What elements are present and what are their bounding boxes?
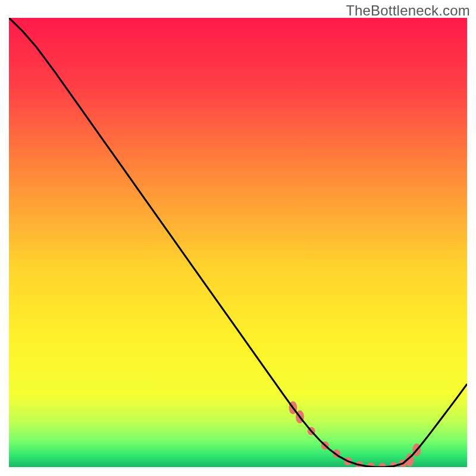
data-markers	[289, 401, 421, 467]
chart-container: TheBottleneck.com	[0, 0, 476, 476]
bottleneck-curve	[9, 18, 467, 467]
watermark-text: TheBottleneck.com	[346, 2, 470, 19]
plot-area	[9, 18, 467, 467]
curve-line	[9, 18, 467, 467]
